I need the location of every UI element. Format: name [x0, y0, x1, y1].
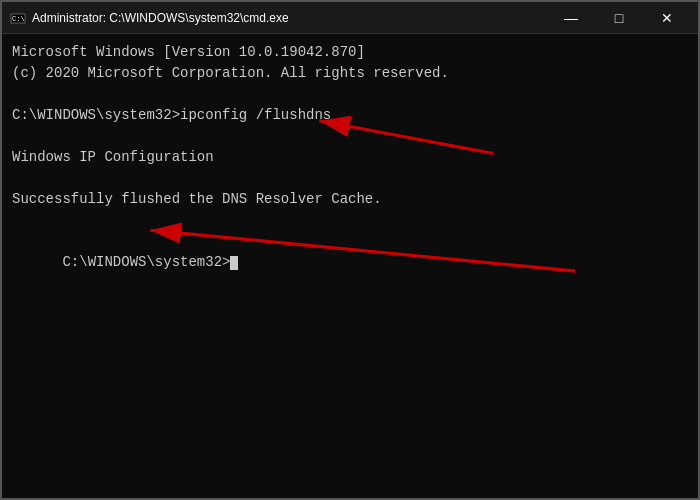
terminal-body[interactable]: Microsoft Windows [Version 10.0.19042.87… [2, 34, 698, 498]
terminal-line-1: Microsoft Windows [Version 10.0.19042.87… [12, 42, 688, 63]
maximize-button[interactable]: □ [596, 4, 642, 32]
terminal-line-3 [12, 84, 688, 105]
cmd-icon: C:\ [10, 10, 26, 26]
close-button[interactable]: ✕ [644, 4, 690, 32]
terminal-line-10: C:\WINDOWS\system32> [12, 231, 688, 294]
terminal-line-8: Successfully flushed the DNS Resolver Ca… [12, 189, 688, 210]
cursor [230, 256, 238, 270]
terminal-line-5 [12, 126, 688, 147]
terminal-line-7 [12, 168, 688, 189]
window-title: Administrator: C:\WINDOWS\system32\cmd.e… [32, 11, 548, 25]
svg-text:C:\: C:\ [12, 15, 25, 23]
window-controls: — □ ✕ [548, 4, 690, 32]
cmd-window: C:\ Administrator: C:\WINDOWS\system32\c… [0, 0, 700, 500]
terminal-line-9 [12, 210, 688, 231]
title-bar: C:\ Administrator: C:\WINDOWS\system32\c… [2, 2, 698, 34]
minimize-button[interactable]: — [548, 4, 594, 32]
terminal-line-6: Windows IP Configuration [12, 147, 688, 168]
terminal-line-4: C:\WINDOWS\system32>ipconfig /flushdns [12, 105, 688, 126]
terminal-line-2: (c) 2020 Microsoft Corporation. All righ… [12, 63, 688, 84]
